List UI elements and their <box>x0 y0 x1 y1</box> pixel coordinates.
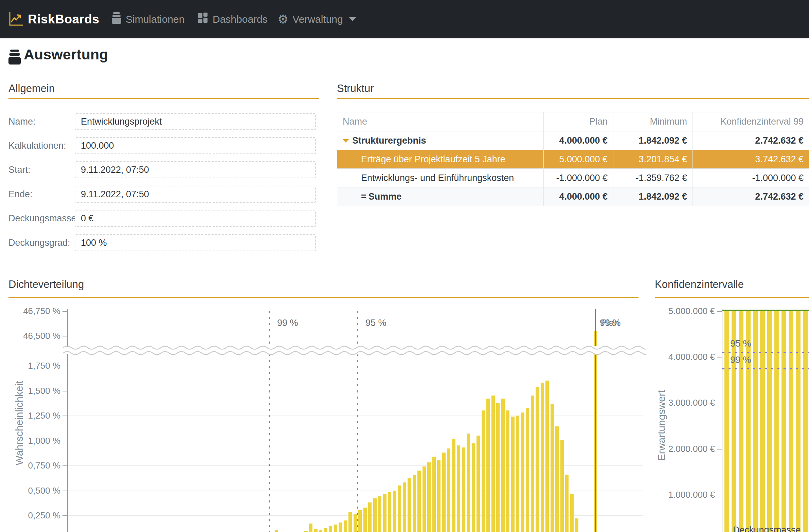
ende-field[interactable]: 9.11.2022, 07:50 <box>75 186 316 203</box>
y-axis-label-wahrscheinlichkeit: Wahrscheinlichkeit <box>14 355 25 491</box>
dichteverteilung-heading-rule <box>8 297 638 298</box>
page-title: Auswertung <box>24 46 108 63</box>
gridline <box>722 403 809 403</box>
brand-title[interactable]: RiskBoards <box>28 12 100 26</box>
y-tick <box>717 311 722 312</box>
confidence-band-stripe <box>746 311 751 532</box>
struktur-heading: Struktur <box>337 83 374 95</box>
confidence-line <box>722 352 809 353</box>
histogram-bar <box>423 466 426 532</box>
name-field[interactable]: Entwicklungsprojekt <box>75 113 316 130</box>
column-header-name[interactable]: Name <box>337 112 544 131</box>
confidence-band-stripe <box>760 311 765 532</box>
histogram-bar <box>447 448 450 532</box>
konfidenzintervalle-heading: Konfidenzintervalle <box>655 278 744 290</box>
confidence-line <box>269 311 270 532</box>
caret-down-icon[interactable] <box>343 139 349 143</box>
nav-item-dashboards[interactable]: Dashboards <box>198 0 268 38</box>
histogram-bar <box>501 398 505 532</box>
grid-icon <box>198 13 208 26</box>
allgemein-heading: Allgemein <box>8 83 55 95</box>
nav-item-verwaltung[interactable]: ⚙ Verwaltung <box>277 0 356 38</box>
histogram-bar <box>388 492 391 532</box>
table-row-sum[interactable]: =Summe 4.000.000 € 1.842.092 € 2.742.632… <box>337 188 809 206</box>
histogram-bar <box>368 502 372 532</box>
dichteverteilung-chart: 46,750 %46,500 %1,750 %1,500 %1,250 %1,0… <box>0 0 809 532</box>
confidence-band-stripe <box>753 311 758 532</box>
y-tick-label: 46,750 % <box>6 306 61 316</box>
histogram-bar <box>363 508 367 532</box>
histogram-bar <box>551 404 554 532</box>
confidence-band-stripe <box>789 311 793 532</box>
histogram-bar <box>477 436 480 532</box>
riskboards-logo-icon <box>7 12 23 29</box>
deckungsmasse-field[interactable]: 0 € <box>75 210 316 227</box>
table-header-row: Name Plan Minimum Konfidenzinterval 99 <box>337 112 809 131</box>
histogram-bar <box>555 426 559 532</box>
y-axis <box>67 354 68 532</box>
confidence-band-stripe <box>724 311 729 532</box>
histogram-bar <box>516 415 519 532</box>
chevron-down-icon <box>349 17 356 21</box>
confidence-band-stripe <box>774 311 779 532</box>
nav-item-simulationen[interactable]: Simulationen <box>111 0 185 38</box>
y-tick-label: 0,250 % <box>6 510 61 520</box>
table-row[interactable]: Entwicklungs- und Einführungskosten -1.0… <box>337 169 809 188</box>
histogram-bar <box>324 528 327 532</box>
histogram-bar <box>521 412 524 532</box>
y-tick <box>63 491 67 491</box>
histogram-bar <box>319 530 322 532</box>
database-icon <box>111 12 122 26</box>
gridline <box>68 311 643 311</box>
start-field[interactable]: 9.11.2022, 07:50 <box>75 161 316 178</box>
confidence-line <box>357 311 358 532</box>
histogram-bar <box>417 471 421 532</box>
histogram-bar <box>496 403 500 532</box>
histogram-bar <box>457 445 460 532</box>
gridline <box>68 415 643 416</box>
histogram-bar <box>432 457 436 532</box>
deckungsgrad-field[interactable]: 100 % <box>75 234 316 251</box>
confidence-band-stripe <box>731 311 736 532</box>
table-row[interactable]: Strukturergebnis 4.000.000 € 1.842.092 €… <box>337 131 809 150</box>
confidence-line-label: 99 % <box>730 355 751 365</box>
dichteverteilung-heading: Dichteverteilung <box>8 278 84 290</box>
histogram-bar <box>354 514 357 532</box>
histogram-bar <box>403 482 406 532</box>
gear-icon: ⚙ <box>277 13 288 25</box>
table-row-selected[interactable]: Erträge über Projektlaufzeit 5 Jahre 5.0… <box>337 150 809 169</box>
y-tick <box>63 415 67 416</box>
confidence-band-stripe <box>796 311 801 532</box>
histogram-bar <box>467 433 470 532</box>
plan-line <box>595 309 596 532</box>
histogram-bar <box>329 526 332 532</box>
plan-line <box>722 309 809 311</box>
y-tick <box>63 441 67 441</box>
confidence-line-label: 95 % <box>365 318 386 328</box>
histogram-bar <box>506 410 510 532</box>
gridline <box>722 311 809 311</box>
column-header-plan[interactable]: Plan <box>544 112 613 131</box>
histogram-bar <box>482 410 485 532</box>
histogram-bar <box>383 494 386 532</box>
confidence-line <box>722 368 809 369</box>
y-tick <box>63 391 67 391</box>
histogram-bar <box>472 443 475 532</box>
kalkulationen-label: Kalkulationen: <box>8 137 73 154</box>
column-header-minimum[interactable]: Minimum <box>613 112 693 131</box>
gridline <box>68 491 643 491</box>
histogram-bar <box>452 439 455 532</box>
y-tick <box>63 515 67 516</box>
y-tick <box>63 336 67 336</box>
confidence-line-label: 95 % <box>730 338 751 349</box>
kalkulationen-field[interactable]: 100.000 <box>75 137 316 154</box>
histogram-bar <box>348 512 352 532</box>
axis-break-wave <box>63 344 646 356</box>
y-tick <box>63 311 67 312</box>
y-axis-label-erwartungswert: Erwartungswert <box>656 357 667 493</box>
column-header-konfidenzinterval[interactable]: Konfidenzinterval 99 <box>693 112 809 131</box>
histogram-bar <box>486 398 490 532</box>
y-axis <box>67 309 68 347</box>
gridline <box>722 495 809 495</box>
deckungsmasse-label: Deckungsmasse: <box>8 210 73 227</box>
